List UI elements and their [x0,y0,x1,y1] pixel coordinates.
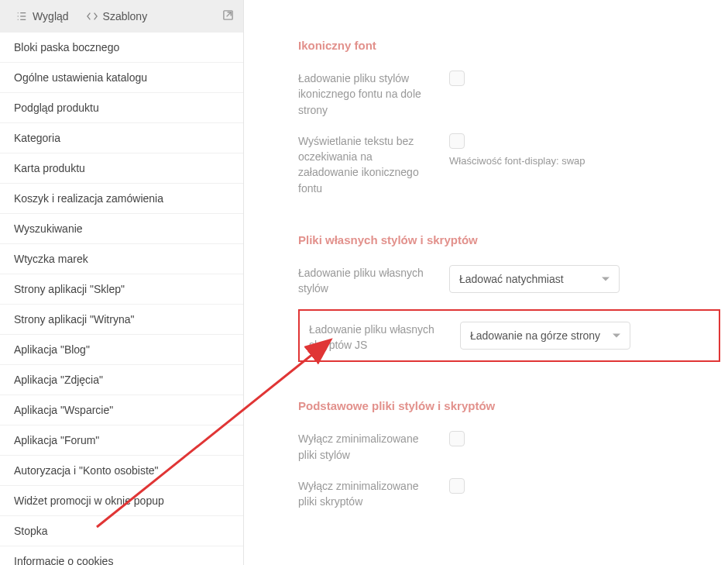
checkbox-disable-min-scripts[interactable] [449,478,465,494]
sidebar-item[interactable]: Informacje o cookies [0,546,243,565]
sidebar-list: Bloki paska bocznegoOgólne ustawienia ka… [0,33,243,565]
tab-label: Wygląd [33,10,69,22]
tab-appearance[interactable]: Wygląd [9,0,75,33]
select-value: Ładowanie na górze strony [470,329,600,342]
sidebar-item[interactable]: Wyszukiwanie [0,214,243,244]
field-label: Ładowanie pliku własnych skryptów JS [309,322,445,353]
sidebar-item[interactable]: Bloki paska bocznego [0,33,243,63]
sidebar-item[interactable]: Podgląd produktu [0,93,243,123]
sidebar-item[interactable]: Wtyczka marek [0,244,243,274]
sidebar-item[interactable]: Aplikacja "Forum" [0,425,243,456]
field-icon-font-bottom: Ładowanie pliku stylów ikonicznego fontu… [298,71,720,118]
field-font-display-swap: Wyświetlanie tekstu bez oczekiwania na z… [298,133,720,196]
content: Ikoniczny font Ładowanie pliku stylów ik… [244,0,728,565]
sidebar-item[interactable]: Koszyk i realizacja zamówienia [0,184,243,214]
checkbox-disable-min-styles[interactable] [449,431,465,446]
checkbox-font-display-swap[interactable] [449,133,465,149]
sidebar-item[interactable]: Stopka [0,516,243,546]
sidebar-item[interactable]: Strony aplikacji "Witryna" [0,305,243,335]
sidebar-item[interactable]: Widżet promocji w oknie popup [0,486,243,516]
sidebar-item[interactable]: Kategoria [0,123,243,153]
sidebar-item[interactable]: Karta produktu [0,153,243,184]
open-external-icon[interactable] [222,9,234,23]
select-custom-styles-load[interactable]: Ładować natychmiast [449,265,620,293]
select-value: Ładować natychmiast [459,273,564,285]
list-icon [15,10,28,22]
select-custom-scripts-load[interactable]: Ładowanie na górze strony [460,322,630,350]
code-icon [86,10,98,22]
field-label: Ładowanie pliku własnych stylów [298,265,434,297]
section-title: Podstawowe pliki stylów i skryptów [298,399,720,412]
sidebar-item[interactable]: Ogólne ustawienia katalogu [0,63,243,93]
field-disable-min-styles: Wyłącz zminimalizowane pliki stylów [298,431,720,463]
field-label: Wyświetlanie tekstu bez oczekiwania na z… [298,133,434,196]
sidebar-tabs: Wygląd Szablony [0,0,243,33]
sidebar-item[interactable]: Aplikacja "Blog" [0,335,243,365]
field-custom-scripts-load: Ładowanie pliku własnych skryptów JS Ład… [309,322,709,353]
field-note: Właściwość font-display: swap [449,155,720,167]
tab-label: Szablony [103,10,148,22]
sidebar-item[interactable]: Strony aplikacji "Sklep" [0,274,243,305]
section-title: Pliki własnych stylów i skryptów [298,233,720,246]
section-custom-files: Pliki własnych stylów i skryptów Ładowan… [298,233,720,362]
field-label: Wyłącz zminimalizowane pliki skryptów [298,478,434,510]
sidebar-item[interactable]: Aplikacja "Wsparcie" [0,395,243,425]
sidebar-item[interactable]: Aplikacja "Zdjęcia" [0,365,243,395]
field-disable-min-scripts: Wyłącz zminimalizowane pliki skryptów [298,478,720,510]
sidebar-item[interactable]: Autoryzacja i "Konto osobiste" [0,456,243,486]
section-icon-font: Ikoniczny font Ładowanie pliku stylów ik… [298,39,720,196]
section-base-files: Podstawowe pliki stylów i skryptów Wyłąc… [298,399,720,509]
field-label: Wyłącz zminimalizowane pliki stylów [298,431,434,463]
field-custom-styles-load: Ładowanie pliku własnych stylów Ładować … [298,265,720,297]
checkbox-icon-font-bottom[interactable] [449,71,465,86]
section-title: Ikoniczny font [298,39,720,52]
highlighted-field: Ładowanie pliku własnych skryptów JS Ład… [298,309,720,363]
tab-templates[interactable]: Szablony [80,0,154,33]
field-label: Ładowanie pliku stylów ikonicznego fontu… [298,71,434,118]
sidebar: Wygląd Szablony Bloki paska bocznegoOgól… [0,0,244,565]
svg-line-7 [227,12,232,17]
